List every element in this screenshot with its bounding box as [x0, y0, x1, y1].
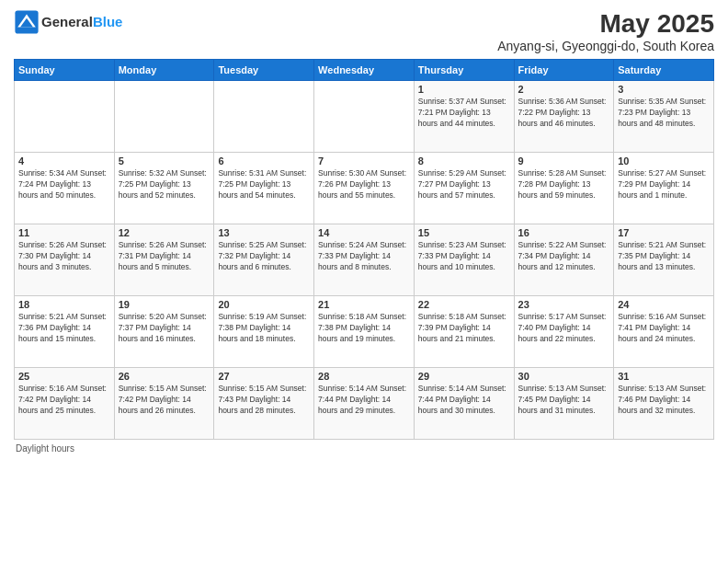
week-row-5: 25Sunrise: 5:16 AM Sunset: 7:42 PM Dayli…	[15, 368, 714, 440]
day-info: Sunrise: 5:30 AM Sunset: 7:26 PM Dayligh…	[318, 168, 410, 201]
day-cell-1: 1Sunrise: 5:37 AM Sunset: 7:21 PM Daylig…	[414, 81, 514, 153]
title-block: May 2025 Anyang-si, Gyeonggi-do, South K…	[497, 9, 714, 53]
day-number: 19	[119, 299, 210, 310]
day-cell-30: 30Sunrise: 5:13 AM Sunset: 7:45 PM Dayli…	[514, 368, 614, 440]
day-cell-4: 4Sunrise: 5:34 AM Sunset: 7:24 PM Daylig…	[15, 153, 115, 224]
day-info: Sunrise: 5:27 AM Sunset: 7:29 PM Dayligh…	[618, 168, 710, 201]
day-number: 22	[418, 299, 510, 310]
header-row: SundayMondayTuesdayWednesdayThursdayFrid…	[15, 60, 714, 81]
day-cell-empty-3	[314, 81, 415, 153]
day-info: Sunrise: 5:31 AM Sunset: 7:25 PM Dayligh…	[218, 168, 310, 201]
day-cell-12: 12Sunrise: 5:26 AM Sunset: 7:31 PM Dayli…	[114, 224, 214, 296]
day-cell-7: 7Sunrise: 5:30 AM Sunset: 7:26 PM Daylig…	[314, 153, 415, 224]
calendar-table: SundayMondayTuesdayWednesdayThursdayFrid…	[14, 59, 714, 440]
day-cell-19: 19Sunrise: 5:20 AM Sunset: 7:37 PM Dayli…	[114, 296, 214, 368]
day-info: Sunrise: 5:22 AM Sunset: 7:34 PM Dayligh…	[518, 240, 610, 273]
day-info: Sunrise: 5:24 AM Sunset: 7:33 PM Dayligh…	[318, 240, 410, 273]
day-cell-16: 16Sunrise: 5:22 AM Sunset: 7:34 PM Dayli…	[514, 224, 614, 296]
page: GeneralBlue May 2025 Anyang-si, Gyeonggi…	[0, 0, 728, 563]
day-number: 16	[518, 227, 610, 238]
day-info: Sunrise: 5:19 AM Sunset: 7:38 PM Dayligh…	[218, 312, 310, 345]
day-info: Sunrise: 5:14 AM Sunset: 7:44 PM Dayligh…	[318, 384, 410, 417]
week-row-2: 4Sunrise: 5:34 AM Sunset: 7:24 PM Daylig…	[15, 153, 714, 224]
day-cell-29: 29Sunrise: 5:14 AM Sunset: 7:44 PM Dayli…	[414, 368, 514, 440]
day-number: 28	[318, 371, 410, 382]
week-row-3: 11Sunrise: 5:26 AM Sunset: 7:30 PM Dayli…	[15, 224, 714, 296]
day-info: Sunrise: 5:28 AM Sunset: 7:28 PM Dayligh…	[518, 168, 610, 201]
day-cell-11: 11Sunrise: 5:26 AM Sunset: 7:30 PM Dayli…	[15, 224, 115, 296]
day-number: 2	[518, 84, 610, 95]
day-cell-empty-0	[15, 81, 115, 153]
day-cell-27: 27Sunrise: 5:15 AM Sunset: 7:43 PM Dayli…	[214, 368, 314, 440]
day-number: 13	[218, 227, 310, 238]
day-number: 11	[18, 227, 110, 238]
day-number: 14	[318, 227, 410, 238]
day-info: Sunrise: 5:13 AM Sunset: 7:46 PM Dayligh…	[618, 384, 710, 417]
day-info: Sunrise: 5:29 AM Sunset: 7:27 PM Dayligh…	[418, 168, 510, 201]
day-info: Sunrise: 5:21 AM Sunset: 7:36 PM Dayligh…	[18, 312, 110, 345]
day-cell-18: 18Sunrise: 5:21 AM Sunset: 7:36 PM Dayli…	[15, 296, 115, 368]
day-info: Sunrise: 5:23 AM Sunset: 7:33 PM Dayligh…	[418, 240, 510, 273]
day-cell-25: 25Sunrise: 5:16 AM Sunset: 7:42 PM Dayli…	[15, 368, 115, 440]
day-cell-6: 6Sunrise: 5:31 AM Sunset: 7:25 PM Daylig…	[214, 153, 314, 224]
day-info: Sunrise: 5:25 AM Sunset: 7:32 PM Dayligh…	[218, 240, 310, 273]
day-number: 9	[518, 155, 610, 167]
day-info: Sunrise: 5:18 AM Sunset: 7:38 PM Dayligh…	[318, 312, 410, 345]
day-info: Sunrise: 5:16 AM Sunset: 7:42 PM Dayligh…	[18, 384, 110, 417]
column-header-tuesday: Tuesday	[214, 60, 314, 81]
day-number: 8	[418, 155, 510, 167]
day-number: 31	[618, 371, 710, 382]
day-info: Sunrise: 5:35 AM Sunset: 7:23 PM Dayligh…	[618, 97, 710, 130]
column-header-saturday: Saturday	[614, 60, 714, 81]
day-cell-empty-1	[114, 81, 214, 153]
column-header-thursday: Thursday	[414, 60, 514, 81]
day-info: Sunrise: 5:32 AM Sunset: 7:25 PM Dayligh…	[119, 168, 210, 201]
column-header-friday: Friday	[514, 60, 614, 81]
day-number: 21	[318, 299, 410, 310]
day-info: Sunrise: 5:20 AM Sunset: 7:37 PM Dayligh…	[119, 312, 210, 345]
day-number: 30	[518, 371, 610, 382]
day-number: 12	[119, 227, 210, 238]
day-cell-24: 24Sunrise: 5:16 AM Sunset: 7:41 PM Dayli…	[614, 296, 714, 368]
logo-blue: Blue	[93, 14, 123, 29]
day-cell-3: 3Sunrise: 5:35 AM Sunset: 7:23 PM Daylig…	[614, 81, 714, 153]
day-info: Sunrise: 5:26 AM Sunset: 7:31 PM Dayligh…	[119, 240, 210, 273]
day-info: Sunrise: 5:17 AM Sunset: 7:40 PM Dayligh…	[518, 312, 610, 345]
day-cell-22: 22Sunrise: 5:18 AM Sunset: 7:39 PM Dayli…	[414, 296, 514, 368]
day-info: Sunrise: 5:18 AM Sunset: 7:39 PM Dayligh…	[418, 312, 510, 345]
day-number: 15	[418, 227, 510, 238]
logo-general: General	[41, 14, 93, 29]
day-cell-31: 31Sunrise: 5:13 AM Sunset: 7:46 PM Dayli…	[614, 368, 714, 440]
day-number: 27	[218, 371, 310, 382]
day-cell-5: 5Sunrise: 5:32 AM Sunset: 7:25 PM Daylig…	[114, 153, 214, 224]
day-cell-20: 20Sunrise: 5:19 AM Sunset: 7:38 PM Dayli…	[214, 296, 314, 368]
day-number: 26	[119, 371, 210, 382]
day-info: Sunrise: 5:36 AM Sunset: 7:22 PM Dayligh…	[518, 97, 610, 130]
day-number: 3	[618, 84, 710, 95]
day-number: 25	[18, 371, 110, 382]
day-number: 1	[418, 84, 510, 95]
column-header-monday: Monday	[114, 60, 214, 81]
logo-icon	[14, 9, 40, 35]
day-cell-14: 14Sunrise: 5:24 AM Sunset: 7:33 PM Dayli…	[314, 224, 415, 296]
day-info: Sunrise: 5:37 AM Sunset: 7:21 PM Dayligh…	[418, 97, 510, 130]
day-cell-8: 8Sunrise: 5:29 AM Sunset: 7:27 PM Daylig…	[414, 153, 514, 224]
day-info: Sunrise: 5:34 AM Sunset: 7:24 PM Dayligh…	[18, 168, 110, 201]
day-number: 20	[218, 299, 310, 310]
day-number: 10	[618, 155, 710, 167]
location: Anyang-si, Gyeonggi-do, South Korea	[497, 39, 714, 53]
day-number: 6	[218, 155, 310, 167]
day-number: 7	[318, 155, 410, 167]
logo-text: GeneralBlue	[41, 14, 122, 30]
daylight-hours-label: Daylight hours	[16, 443, 74, 454]
week-row-1: 1Sunrise: 5:37 AM Sunset: 7:21 PM Daylig…	[15, 81, 714, 153]
day-number: 18	[18, 299, 110, 310]
day-info: Sunrise: 5:21 AM Sunset: 7:35 PM Dayligh…	[618, 240, 710, 273]
day-number: 17	[618, 227, 710, 238]
day-number: 4	[18, 155, 110, 167]
day-number: 5	[119, 155, 210, 167]
day-cell-empty-2	[214, 81, 314, 153]
day-cell-13: 13Sunrise: 5:25 AM Sunset: 7:32 PM Dayli…	[214, 224, 314, 296]
day-info: Sunrise: 5:14 AM Sunset: 7:44 PM Dayligh…	[418, 384, 510, 417]
day-info: Sunrise: 5:16 AM Sunset: 7:41 PM Dayligh…	[618, 312, 710, 345]
